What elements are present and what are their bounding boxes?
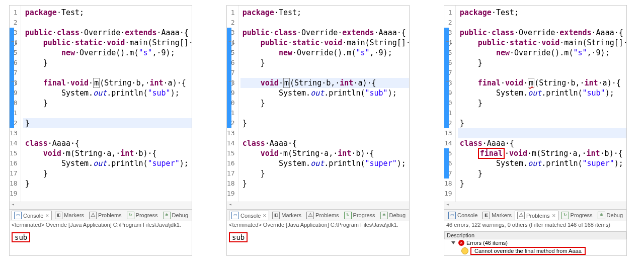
problems-summary: 46 errors, 122 warnings, 0 others (Filte… — [444, 221, 626, 231]
debug-icon: ✱ — [598, 212, 605, 219]
horizontal-scrollbar[interactable] — [444, 202, 626, 209]
tab-progress[interactable]: ↻Progress — [125, 211, 160, 220]
tab-debug[interactable]: ✱Debug — [596, 211, 625, 220]
tab-problems[interactable]: ⚠Problems — [304, 211, 341, 220]
markers-icon: ◧ — [272, 212, 280, 219]
horizontal-scrollbar[interactable] — [227, 202, 409, 209]
editor-pane: 12345678910111213141516171819package·Tes… — [444, 5, 627, 256]
close-icon[interactable]: ✕ — [45, 213, 49, 218]
horizontal-scrollbar[interactable] — [10, 202, 192, 209]
tab-progress[interactable]: ↻Progress — [342, 211, 377, 220]
line-gutter[interactable]: 12345678910111213141516171819 — [10, 6, 21, 202]
code-area[interactable]: package·Test;public·class·Override·exten… — [238, 6, 409, 202]
tab-console[interactable]: ▭Console✕ — [12, 211, 52, 220]
errors-group[interactable]: ×Errors (46 items) — [444, 239, 626, 246]
problems-icon: ⚠ — [517, 212, 525, 219]
debug-icon: ✱ — [380, 212, 388, 219]
console-output: sub — [227, 231, 409, 253]
error-item[interactable]: Cannot override the final method from Aa… — [444, 246, 626, 255]
tab-markers[interactable]: ◧Markers — [480, 211, 514, 220]
tab-console[interactable]: ▭Console — [446, 211, 479, 220]
editor-pane: 12345678910111213141516171819package·Tes… — [9, 5, 192, 256]
editor-pane: 12345678910111213141516171819package·Tes… — [226, 5, 410, 256]
tab-debug[interactable]: ✱Debug — [161, 211, 190, 220]
tab-console[interactable]: ▭Console✕ — [229, 211, 269, 220]
console-output: sub — [10, 231, 192, 253]
debug-icon: ✱ — [163, 212, 171, 219]
code-area[interactable]: package·Test;public·class·Override·exten… — [21, 6, 192, 202]
close-icon[interactable]: ✕ — [552, 213, 556, 218]
code-area[interactable]: package·Test;public·class·Override·exten… — [456, 6, 626, 202]
console-icon: ▭ — [231, 212, 239, 219]
line-gutter[interactable]: 12345678910111213141516171819 — [444, 6, 456, 202]
close-icon[interactable]: ✕ — [263, 213, 267, 218]
tab-problems[interactable]: ⚠Problems✕ — [515, 211, 558, 220]
bottom-tabs: ▭Console✕◧Markers⚠Problems↻Progress✱Debu… — [10, 209, 192, 221]
progress-icon: ↻ — [561, 212, 569, 219]
problems-header[interactable]: Description — [444, 231, 626, 239]
console-status: <terminated> Override [Java Application]… — [10, 221, 192, 231]
tab-progress[interactable]: ↻Progress — [559, 211, 595, 220]
bottom-tabs: ▭Console◧Markers⚠Problems✕↻Progress✱Debu… — [444, 209, 626, 221]
tab-debug[interactable]: ✱Debug — [378, 211, 408, 220]
progress-icon: ↻ — [127, 212, 134, 219]
error-icon: × — [458, 240, 464, 246]
progress-icon: ↻ — [344, 212, 352, 219]
console-status: <terminated> Override [Java Application]… — [227, 221, 409, 231]
lightbulb-icon — [461, 247, 468, 254]
markers-icon: ◧ — [482, 212, 490, 219]
tab-markers[interactable]: ◧Markers — [53, 211, 86, 220]
markers-icon: ◧ — [55, 212, 62, 219]
problems-icon: ⚠ — [89, 212, 97, 219]
problems-icon: ⚠ — [306, 212, 314, 219]
tab-problems[interactable]: ⚠Problems — [87, 211, 123, 220]
console-icon: ▭ — [14, 212, 22, 219]
line-gutter[interactable]: 12345678910111213141516171819 — [227, 6, 238, 202]
tab-markers[interactable]: ◧Markers — [270, 211, 303, 220]
bottom-tabs: ▭Console✕◧Markers⚠Problems↻Progress✱Debu… — [227, 209, 409, 221]
console-icon: ▭ — [448, 212, 456, 219]
